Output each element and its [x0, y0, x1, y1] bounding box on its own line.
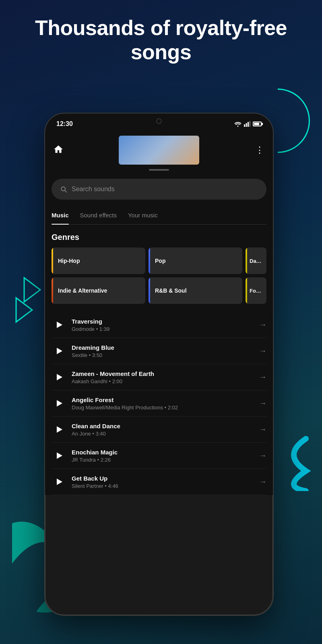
play-button[interactable] [52, 318, 66, 332]
track-info: Angelic Forest Doug Maxwell/Media Right … [72, 396, 254, 411]
track-meta: JR Tundra • 2:26 [72, 457, 254, 463]
thumbnail-strip [119, 136, 199, 165]
play-icon [57, 479, 62, 485]
genre-rnb[interactable]: R&B & Soul [149, 277, 242, 304]
more-button[interactable]: ⋮ [255, 145, 265, 155]
svg-rect-5 [250, 121, 251, 127]
hero-title: Thousands of royalty-free songs [0, 16, 322, 64]
track-arrow[interactable]: → [259, 478, 266, 486]
track-item: Clean and Dance An Jone • 3:40 → [52, 417, 266, 443]
track-meta: Aakash Gandhi • 2:00 [72, 378, 254, 384]
track-arrow[interactable]: → [259, 321, 266, 329]
track-info: Traversing Godmode • 1:39 [72, 318, 254, 332]
play-button[interactable] [52, 344, 66, 358]
genre-partial-1-label: Da… [250, 258, 262, 264]
genres-title: Genres [52, 233, 266, 242]
play-button[interactable] [52, 370, 66, 384]
genre-hiphop-label: Hip-Hop [58, 258, 80, 264]
play-icon [57, 322, 62, 328]
phone-frame: 12:30 [44, 113, 274, 616]
play-icon [57, 400, 62, 407]
play-icon [57, 348, 62, 354]
drag-handle [45, 166, 273, 174]
genre-rnb-label: R&B & Soul [155, 287, 187, 294]
track-arrow[interactable]: → [259, 373, 266, 382]
track-name: Angelic Forest [72, 396, 254, 403]
track-info: Zameen - Movement of Earth Aakash Gandhi… [72, 370, 254, 384]
genre-indie[interactable]: Indie & Alternative [52, 277, 145, 304]
track-name: Dreaming Blue [72, 344, 254, 351]
tab-sound-effects[interactable]: Sound effects [80, 206, 117, 224]
track-name: Clean and Dance [72, 423, 254, 429]
search-bar-wrap: Search sounds [52, 174, 266, 206]
track-item: Enochian Magic JR Tundra • 2:26 → [52, 443, 266, 469]
track-name: Get Back Up [72, 475, 254, 482]
track-arrow[interactable]: → [259, 347, 266, 355]
search-bar[interactable]: Search sounds [52, 179, 266, 200]
track-arrow[interactable]: → [259, 452, 266, 460]
genres-section: Genres Hip-Hop Pop Da… Indie & Alternati… [52, 225, 266, 309]
status-bar: 12:30 [45, 114, 273, 134]
genre-hiphop[interactable]: Hip-Hop [52, 248, 145, 274]
genre-partial-2[interactable]: Fo… [246, 277, 266, 304]
status-time: 12:30 [56, 120, 73, 128]
track-info: Dreaming Blue Sextile • 3:50 [72, 344, 254, 358]
play-icon [57, 374, 62, 380]
play-icon [57, 452, 62, 459]
track-name: Enochian Magic [72, 449, 254, 456]
track-item: Get Back Up Silent Partner • 4:46 → [52, 469, 266, 495]
tab-music[interactable]: Music [52, 206, 69, 224]
svg-rect-3 [246, 123, 247, 127]
track-info: Get Back Up Silent Partner • 4:46 [72, 475, 254, 489]
track-name: Zameen - Movement of Earth [72, 370, 254, 377]
tabs-row: Music Sound effects Your music [52, 206, 266, 225]
signal-icon [244, 121, 250, 127]
search-placeholder: Search sounds [72, 186, 115, 193]
track-item: Dreaming Blue Sextile • 3:50 → [52, 338, 266, 364]
drag-handle-bar [149, 169, 169, 171]
status-icons [234, 121, 262, 127]
track-meta: Sextile • 3:50 [72, 352, 254, 358]
genre-indie-label: Indie & Alternative [58, 287, 107, 294]
track-meta: An Jone • 3:40 [72, 431, 254, 437]
track-meta: Silent Partner • 4:46 [72, 483, 254, 489]
app-header: ⋮ [45, 134, 273, 166]
svg-marker-0 [24, 278, 40, 302]
play-button[interactable] [52, 448, 66, 463]
play-button[interactable] [52, 475, 66, 489]
genre-partial-1[interactable]: Da… [246, 248, 266, 274]
camera-notch [156, 118, 162, 124]
battery-icon [253, 122, 262, 126]
tab-your-music[interactable]: Your music [128, 206, 158, 224]
track-item: Zameen - Movement of Earth Aakash Gandhi… [52, 364, 266, 390]
play-button[interactable] [52, 422, 66, 437]
play-button[interactable] [52, 396, 66, 411]
track-arrow[interactable]: → [259, 425, 266, 434]
track-list: Traversing Godmode • 1:39 → Dreaming Blu… [52, 312, 266, 495]
genres-grid: Hip-Hop Pop Da… Indie & Alternative R&B … [52, 248, 266, 304]
home-icon [53, 144, 64, 155]
svg-rect-2 [244, 124, 245, 127]
genre-pop-label: Pop [155, 258, 165, 264]
track-info: Enochian Magic JR Tundra • 2:26 [72, 449, 254, 463]
track-arrow[interactable]: → [259, 399, 266, 408]
track-item: Angelic Forest Doug Maxwell/Media Right … [52, 390, 266, 417]
search-icon [60, 185, 68, 193]
content-area: Search sounds Music Sound effects Your m… [45, 174, 273, 495]
svg-marker-1 [16, 298, 32, 322]
genre-partial-2-label: Fo… [250, 288, 261, 294]
svg-rect-4 [248, 122, 249, 127]
track-name: Traversing [72, 318, 254, 325]
wifi-icon [234, 121, 242, 127]
home-button[interactable] [53, 144, 64, 156]
genre-pop[interactable]: Pop [149, 248, 242, 274]
more-icon: ⋮ [255, 145, 265, 155]
track-meta: Doug Maxwell/Media Right Productions • 2… [72, 405, 254, 411]
play-icon [57, 426, 62, 433]
track-meta: Godmode • 1:39 [72, 326, 254, 332]
track-item: Traversing Godmode • 1:39 → [52, 312, 266, 338]
track-info: Clean and Dance An Jone • 3:40 [72, 423, 254, 437]
